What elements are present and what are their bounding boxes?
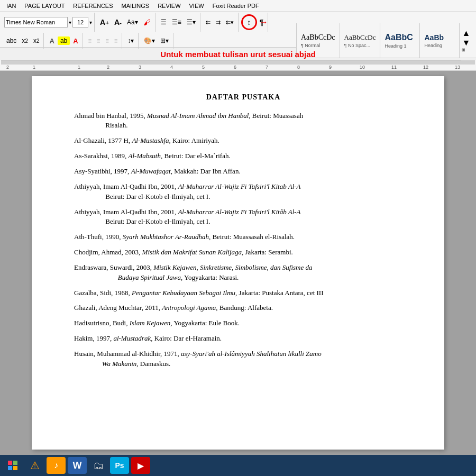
ruler-inner: 2 1 1 2 3 4 5 6 7 8 9 10 11 12 13	[1, 60, 475, 71]
font-size-dropdown[interactable]: ▾	[89, 20, 92, 25]
menu-mailings[interactable]: MAILINGS	[117, 2, 154, 10]
align-right-button[interactable]: ≡	[103, 36, 111, 45]
align-center-button[interactable]: ≡	[95, 36, 102, 45]
svg-text:13: 13	[455, 65, 460, 70]
ref-9-normal: Endraswara, Suwardi, 2003,	[74, 263, 153, 271]
strikethrough-button[interactable]: abc	[4, 36, 19, 45]
ref-11-after: Bandung: Alfabeta.	[218, 304, 273, 312]
svg-rect-17	[13, 461, 17, 465]
ref-7-normal: Ath-Thufi, 1990,	[74, 233, 123, 241]
ref-2-after: Kairo: Amiriyah.	[171, 136, 219, 144]
ref-14-after: Damaskus.	[139, 360, 171, 368]
ref-entry-6: Athiyyah, Imam Al-Qadhi Ibn, 2001, Al-Mu…	[74, 207, 413, 227]
numbering-button[interactable]: ☰≡	[170, 17, 184, 27]
styles-down-icon: ▼	[462, 38, 470, 48]
font-color-button[interactable]: A	[71, 36, 80, 46]
ref-5-normal: Athiyyah, Imam Al-Qadhi Ibn, 2001,	[74, 182, 178, 190]
start-button[interactable]	[2, 457, 23, 474]
superscript-button[interactable]: x2	[31, 36, 42, 45]
font-format-group: abc x2 x2	[2, 33, 44, 49]
svg-text:8: 8	[297, 65, 300, 70]
alert-icon: ⚠	[30, 459, 40, 472]
document-page: DAFTAR PUSTAKA Ahmad bin Hanbal, 1995, M…	[32, 76, 444, 450]
ref-11-normal: Ghazali, Adeng Muchtar, 2011,	[74, 304, 162, 312]
document-area: DAFTAR PUSTAKA Ahmad bin Hanbal, 1995, M…	[0, 71, 476, 455]
taskbar-photoshop[interactable]: Ps	[110, 457, 129, 474]
bullets-button[interactable]: ☰	[159, 17, 169, 27]
menu-view[interactable]: VIEW	[185, 2, 208, 10]
ref-entry-9: Endraswara, Suwardi, 2003, Mistik Kejawe…	[74, 263, 413, 283]
font-group: ▾ ▾	[2, 13, 95, 32]
svg-rect-16	[8, 461, 12, 465]
text-effect-group: A ab A	[45, 33, 83, 49]
svg-text:5: 5	[202, 65, 205, 70]
ref-3-italic: Al-Mabsuth,	[129, 152, 163, 160]
ref-7-italic: Syarh Mukhtashor Ar-Raudhah,	[123, 233, 210, 241]
svg-rect-18	[8, 466, 12, 470]
font-size-group: A+ A- Aa▾ 🖌	[96, 13, 155, 32]
sort-button[interactable]: ↕	[242, 15, 257, 30]
font-name-dropdown[interactable]: ▾	[69, 20, 71, 25]
style-nospace-preview: AaBbCcDc	[344, 33, 376, 42]
ref-10-normal: Gazalba, Sidi, 1968,	[74, 289, 132, 297]
svg-rect-19	[13, 466, 17, 470]
change-case-button[interactable]: Aa▾	[125, 17, 140, 27]
ref-3-after: Beirut: Dar el-Ma`rifah.	[162, 152, 231, 160]
clear-format-button[interactable]: 🖌	[141, 17, 153, 28]
taskbar-word[interactable]: W	[68, 457, 87, 474]
taskbar-alert[interactable]: ⚠	[25, 457, 44, 474]
ref-entry-8: Chodjim, Ahmad, 2003, Mistik dan Makrifa…	[74, 248, 413, 258]
font-grow-button[interactable]: A+	[98, 17, 111, 28]
styles-up-icon: ▲	[462, 29, 470, 38]
font-size-input[interactable]	[72, 17, 88, 28]
ref-entry-11: Ghazali, Adeng Muchtar, 2011, Antropolog…	[74, 303, 413, 313]
svg-text:12: 12	[423, 65, 428, 70]
svg-text:9: 9	[329, 65, 332, 70]
style-normal-label: ¶ Normal	[301, 43, 335, 48]
ref-9-cont: Budaya Spiritual Jawa,	[106, 273, 182, 281]
shading-button[interactable]: 🎨▾	[142, 36, 157, 45]
menu-file[interactable]: IAN	[2, 2, 20, 10]
menu-foxit[interactable]: Foxit Reader PDF	[208, 2, 263, 10]
menu-references[interactable]: REFERENCES	[69, 2, 117, 10]
word-icon: W	[73, 460, 82, 471]
taskbar-files[interactable]: 🗂	[89, 457, 108, 474]
ref-14-italic: asy-Syari'ah al-Islâmiyyah Shalihatun li…	[181, 350, 322, 358]
taskbar-music[interactable]: ♪	[47, 457, 66, 474]
ruler: 2 1 1 2 3 4 5 6 7 8 9 10 11 12 13	[0, 60, 476, 71]
svg-text:4: 4	[170, 65, 173, 70]
ref-entry-12: Hadisutrisno, Budi, Islam Kejawen, Yogya…	[74, 318, 413, 328]
menu-page-layout[interactable]: PAGE LAYOUT	[20, 2, 69, 10]
text-color-button[interactable]: A	[47, 36, 56, 46]
taskbar-app5[interactable]: ▶	[131, 457, 150, 474]
font-name-input[interactable]	[4, 17, 68, 28]
decrease-indent-button[interactable]: ⇇	[204, 18, 213, 27]
ref-3-normal: As-Sarakhsi, 1989,	[74, 152, 129, 160]
font-shrink-button[interactable]: A-	[112, 17, 124, 28]
ref-4-after: Makkah: Dar Ibn Affan.	[172, 167, 241, 175]
ps-icon: Ps	[115, 461, 124, 470]
ref-8-normal: Chodjim, Ahmad, 2003,	[74, 248, 142, 256]
paragraph-mark-button[interactable]: ¶	[258, 17, 266, 28]
subscript-button[interactable]: x2	[20, 36, 30, 45]
indent-dropdown-button[interactable]: ⇇▾	[224, 18, 236, 27]
increase-indent-button[interactable]: ⇉	[214, 18, 223, 27]
ribbon: ▾ ▾ A+ A- Aa▾ 🖌 ☰ ☰≡ ☰▾ ⇇ ⇉ ⇇▾	[0, 12, 476, 48]
ref-entry-13: Hakim, 1997, al-Mustadrak, Kairo: Dar el…	[74, 334, 413, 344]
align-justify-button[interactable]: ≡	[112, 36, 120, 45]
ref-2-normal: Al-Ghazali, 1377 H,	[74, 136, 132, 144]
style-h1-preview: AaBbC	[385, 33, 415, 42]
align-left-button[interactable]: ≡	[86, 36, 94, 45]
ref-entry-5: Athiyyah, Imam Al-Qadhi Ibn, 2001, Al-Mu…	[74, 182, 413, 202]
line-spacing-button[interactable]: ↕▾	[125, 36, 136, 45]
ref-7-after: Beirut: Muassasah el-Risalah.	[210, 233, 295, 241]
highlight-button[interactable]: ab	[58, 36, 70, 45]
line-spacing-group: ↕▾	[123, 33, 139, 49]
ref-10-italic: Pengantar Kebudayaan Sebagai Ilmu,	[132, 289, 237, 297]
borders-button[interactable]: ⊞▾	[158, 36, 171, 45]
ref-entry-14: Husain, Muhammad al-Khidhir, 1971, asy-S…	[74, 349, 413, 369]
menu-review[interactable]: REVIEW	[153, 2, 185, 10]
multilevel-button[interactable]: ☰▾	[185, 17, 198, 27]
ref-13-normal: Hakim, 1997,	[74, 334, 113, 342]
instruction-bar: Untuk membuat tulisan urut sesuai abjad	[0, 48, 476, 60]
